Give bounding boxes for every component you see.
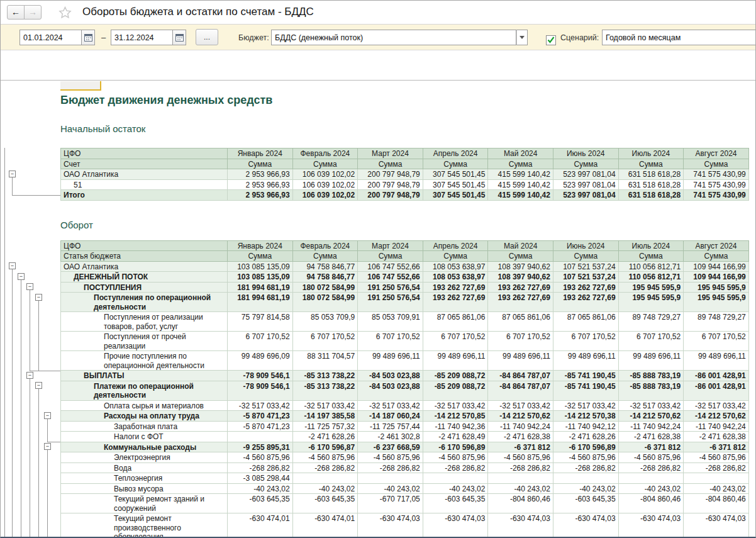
- value-cell[interactable]: 200 797 948,79: [358, 169, 423, 180]
- value-cell[interactable]: 195 945 595,9: [684, 282, 749, 293]
- value-cell[interactable]: -14 212 570,38: [553, 411, 618, 422]
- value-cell[interactable]: 6 707 170,52: [488, 332, 553, 351]
- value-cell[interactable]: 6 707 170,52: [553, 332, 618, 351]
- calendar-icon[interactable]: [173, 30, 186, 45]
- value-cell[interactable]: 103 085 135,09: [228, 261, 293, 272]
- value-cell[interactable]: [423, 473, 488, 484]
- value-cell[interactable]: 193 262 727,69: [488, 293, 553, 312]
- scenario-checkbox[interactable]: [546, 35, 556, 45]
- value-cell[interactable]: -630 474,03: [553, 513, 618, 537]
- value-cell[interactable]: 180 072 584,99: [292, 282, 358, 293]
- sum-header[interactable]: Сумма: [488, 159, 553, 169]
- value-cell[interactable]: -804 860,46: [618, 494, 684, 513]
- back-button[interactable]: ←: [7, 5, 25, 20]
- value-cell[interactable]: -32 517 033,42: [618, 400, 684, 411]
- period-from-input[interactable]: [19, 30, 82, 45]
- collapse-group-button[interactable]: −: [26, 283, 33, 290]
- value-cell[interactable]: -4 560 875,96: [228, 452, 293, 463]
- value-cell[interactable]: 108 397 940,62: [488, 272, 553, 283]
- value-cell[interactable]: -85 888 783,19: [618, 371, 684, 381]
- collapse-group-button[interactable]: −: [35, 294, 42, 301]
- row-label-cell[interactable]: ДЕНЕЖНЫЙ ПОТОК: [61, 272, 228, 283]
- sum-header[interactable]: Сумма: [488, 251, 553, 262]
- value-cell[interactable]: 106 039 102,02: [292, 179, 358, 190]
- value-cell[interactable]: -6 170 596,87: [292, 442, 358, 452]
- value-cell[interactable]: -603 645,35: [292, 494, 358, 513]
- value-cell[interactable]: -14 212 570,62: [618, 411, 684, 422]
- value-cell[interactable]: -40 243,02: [228, 483, 293, 494]
- row-label-cell[interactable]: Поступления от прочей реализации: [61, 332, 228, 351]
- month-header[interactable]: Июль 2024: [618, 149, 684, 159]
- value-cell[interactable]: 99 489 696,11: [488, 351, 553, 371]
- sum-header[interactable]: Сумма: [684, 159, 749, 169]
- value-cell[interactable]: -268 286,82: [358, 462, 423, 473]
- row-label-cell[interactable]: Заработная плата: [61, 421, 228, 432]
- collapse-group-button[interactable]: −: [26, 372, 33, 379]
- value-cell[interactable]: 415 599 140,42: [488, 169, 553, 180]
- row-label-cell[interactable]: Текущий ремонт производственного оборудо…: [61, 513, 228, 537]
- value-cell[interactable]: -2 471 628,38: [488, 432, 553, 442]
- value-cell[interactable]: -86 001 428,91: [684, 381, 749, 400]
- value-cell[interactable]: -6 371 812: [618, 442, 684, 452]
- value-cell[interactable]: 195 945 595,9: [684, 293, 749, 312]
- row-label-cell[interactable]: Поступления по операционной деятельности: [61, 293, 228, 312]
- value-cell[interactable]: 631 518 618,28: [618, 169, 684, 180]
- row-label-cell[interactable]: Оплата сырья и материалов: [61, 400, 228, 411]
- sum-header[interactable]: Сумма: [292, 159, 358, 169]
- value-cell[interactable]: -670 717,05: [358, 494, 423, 513]
- value-cell[interactable]: -14 212 570,85: [423, 411, 488, 422]
- value-cell[interactable]: 307 545 501,45: [423, 179, 488, 190]
- value-cell[interactable]: -4 560 875,96: [358, 452, 423, 463]
- value-cell[interactable]: 103 085 135,09: [228, 272, 293, 283]
- value-cell[interactable]: -268 286,82: [423, 462, 488, 473]
- value-cell[interactable]: -40 243,02: [618, 483, 684, 494]
- value-cell[interactable]: [292, 473, 358, 484]
- value-cell[interactable]: -2 471 628,26: [553, 432, 618, 442]
- calendar-icon[interactable]: [82, 30, 95, 45]
- row-label-cell[interactable]: ВЫПЛАТЫ: [61, 371, 228, 381]
- value-cell[interactable]: 200 797 948,79: [358, 190, 423, 201]
- sum-header[interactable]: Сумма: [553, 251, 618, 262]
- value-cell[interactable]: 180 072 584,99: [292, 293, 358, 312]
- value-cell[interactable]: -84 864 787,07: [488, 371, 553, 381]
- value-cell[interactable]: -40 243,02: [553, 483, 618, 494]
- value-cell[interactable]: [553, 473, 618, 484]
- month-header[interactable]: Апрель 2024: [423, 240, 488, 251]
- value-cell[interactable]: 6 707 170,52: [684, 332, 749, 351]
- value-cell[interactable]: -85 209 088,72: [423, 371, 488, 381]
- value-cell[interactable]: -603 645,35: [553, 494, 618, 513]
- value-cell[interactable]: 631 518 618,28: [618, 190, 684, 201]
- value-cell[interactable]: -630 474,01: [228, 513, 293, 537]
- value-cell[interactable]: 85 053 709,91: [358, 312, 423, 332]
- row-label-cell[interactable]: 51: [61, 179, 228, 190]
- month-header[interactable]: Июнь 2024: [553, 149, 618, 159]
- value-cell[interactable]: -85 741 190,45: [553, 371, 618, 381]
- value-cell[interactable]: 106 747 552,66: [358, 261, 423, 272]
- value-cell[interactable]: -268 286,82: [488, 462, 553, 473]
- value-cell[interactable]: 87 065 861,06: [488, 312, 553, 332]
- value-cell[interactable]: 94 758 846,77: [292, 261, 358, 272]
- value-cell[interactable]: 307 545 501,45: [423, 169, 488, 180]
- value-cell[interactable]: 88 311 704,57: [292, 351, 358, 371]
- value-cell[interactable]: 200 797 948,79: [358, 179, 423, 190]
- value-cell[interactable]: 631 518 618,28: [618, 179, 684, 190]
- period-more-button[interactable]: ...: [196, 29, 218, 45]
- month-header[interactable]: Июль 2024: [618, 240, 684, 251]
- sum-header[interactable]: Сумма: [553, 159, 618, 169]
- value-cell[interactable]: 741 575 430,99: [684, 169, 749, 180]
- row-label-cell[interactable]: Электроэнергия: [61, 452, 228, 463]
- value-cell[interactable]: 195 945 595,9: [618, 282, 684, 293]
- value-cell[interactable]: -78 909 546,1: [228, 381, 293, 400]
- row-label-cell[interactable]: ОАО Атлантика: [61, 261, 228, 272]
- month-header[interactable]: Январь 2024: [228, 240, 293, 251]
- column-header[interactable]: ЦФО: [61, 149, 228, 159]
- value-cell[interactable]: 2 953 966,93: [228, 179, 293, 190]
- month-header[interactable]: Март 2024: [358, 240, 423, 251]
- selected-cell-indicator[interactable]: [60, 81, 101, 91]
- value-cell[interactable]: 6 707 170,52: [358, 332, 423, 351]
- sum-header[interactable]: Сумма: [423, 251, 488, 262]
- value-cell[interactable]: 523 997 081,04: [553, 179, 618, 190]
- value-cell[interactable]: 108 053 638,97: [423, 261, 488, 272]
- row-label-cell[interactable]: Поступления от реализации товаров, работ…: [61, 312, 228, 332]
- collapse-group-button[interactable]: −: [9, 262, 16, 269]
